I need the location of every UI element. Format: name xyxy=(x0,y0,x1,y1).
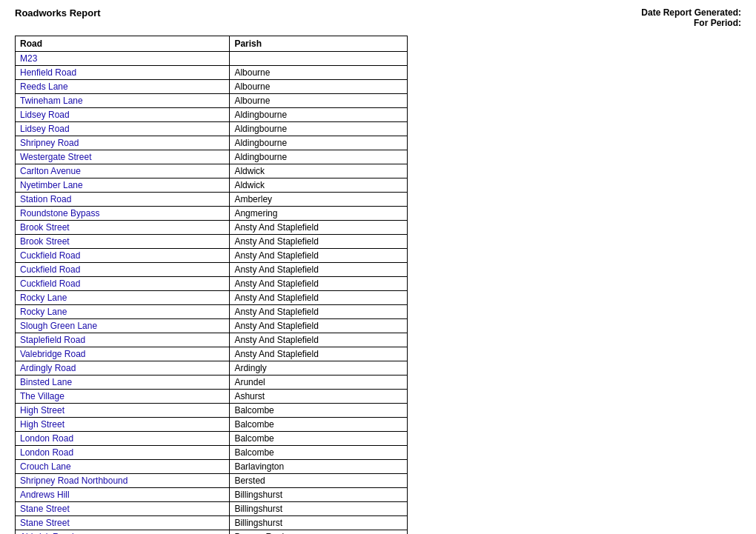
table-row: Stane StreetBillingshurst xyxy=(16,516,408,530)
parish-cell: Amberley xyxy=(230,193,408,207)
parish-cell: Ashurst xyxy=(230,390,408,404)
road-cell[interactable]: Rocky Lane xyxy=(16,291,230,305)
road-cell[interactable]: Stane Street xyxy=(16,516,230,530)
parish-cell: Aldingbourne xyxy=(230,122,408,136)
road-cell[interactable]: High Street xyxy=(16,404,230,418)
road-cell[interactable]: Slough Green Lane xyxy=(16,319,230,333)
road-link[interactable]: Shripney Road xyxy=(20,138,79,148)
col-header-road: Road xyxy=(16,36,230,52)
table-row: The VillageAshurst xyxy=(16,390,408,404)
parish-cell: Ansty And Staplefield xyxy=(230,277,408,291)
road-link[interactable]: Reeds Lane xyxy=(20,81,68,92)
road-link[interactable]: High Street xyxy=(20,419,64,430)
parish-cell: Aldingbourne xyxy=(230,150,408,164)
col-header-parish: Parish xyxy=(230,36,408,52)
table-row: High StreetBalcombe xyxy=(16,418,408,432)
road-link[interactable]: Ardingly Road xyxy=(20,363,76,373)
road-cell[interactable]: Crouch Lane xyxy=(16,460,230,474)
parish-cell: Aldingbourne xyxy=(230,108,408,122)
road-link[interactable]: Cuckfield Road xyxy=(20,278,80,289)
road-cell[interactable]: Binsted Lane xyxy=(16,376,230,390)
table-row: Cuckfield RoadAnsty And Staplefield xyxy=(16,277,408,291)
road-link[interactable]: Henfield Road xyxy=(20,67,76,78)
road-link[interactable]: Nyetimber Lane xyxy=(20,180,83,190)
road-link[interactable]: Stane Street xyxy=(20,504,70,514)
road-link[interactable]: High Street xyxy=(20,405,64,415)
road-cell[interactable]: Westergate Street xyxy=(16,150,230,164)
road-cell[interactable]: Shripney Road xyxy=(16,136,230,150)
road-link[interactable]: Binsted Lane xyxy=(20,377,72,387)
road-cell[interactable]: Lidsey Road xyxy=(16,122,230,136)
table-row: M23 xyxy=(16,52,408,66)
road-link[interactable]: Brook Street xyxy=(20,236,70,247)
table-row: Ardingly RoadArdingly xyxy=(16,361,408,376)
road-link[interactable]: Station Road xyxy=(20,194,71,204)
road-link[interactable]: Cuckfield Road xyxy=(20,264,80,275)
road-cell[interactable]: Shripney Road Northbound xyxy=(16,474,230,488)
road-link[interactable]: Roundstone Bypass xyxy=(20,208,99,218)
road-cell[interactable]: Andrews Hill xyxy=(16,488,230,502)
table-row: Carlton AvenueAldwick xyxy=(16,164,408,178)
table-row: Stane StreetBillingshurst xyxy=(16,502,408,516)
road-cell[interactable]: Twineham Lane xyxy=(16,94,230,108)
road-link[interactable]: Westergate Street xyxy=(20,152,92,162)
road-link[interactable]: The Village xyxy=(20,391,64,401)
road-link[interactable]: Andrews Hill xyxy=(20,490,70,500)
road-link[interactable]: M23 xyxy=(20,53,37,64)
road-cell[interactable]: Cuckfield Road xyxy=(16,263,230,277)
road-cell[interactable]: Nyetimber Lane xyxy=(16,178,230,193)
road-link[interactable]: Lidsey Road xyxy=(20,110,70,120)
road-cell[interactable]: Ardingly Road xyxy=(16,361,230,376)
table-row: Twineham LaneAlbourne xyxy=(16,94,408,108)
road-cell[interactable]: Reeds Lane xyxy=(16,80,230,94)
road-link[interactable]: Rocky Lane xyxy=(20,293,67,303)
road-cell[interactable]: Cuckfield Road xyxy=(16,249,230,263)
road-cell[interactable]: High Street xyxy=(16,418,230,432)
road-link[interactable]: Lidsey Road xyxy=(20,124,70,134)
page-header: Roadworks Report Date Report Generated: … xyxy=(15,7,741,28)
road-cell[interactable]: Henfield Road xyxy=(16,66,230,80)
road-cell[interactable]: Brook Street xyxy=(16,221,230,235)
road-cell[interactable]: London Road xyxy=(16,446,230,460)
road-cell[interactable]: Carlton Avenue xyxy=(16,164,230,178)
road-cell[interactable]: Roundstone Bypass xyxy=(16,207,230,221)
road-link[interactable]: Crouch Lane xyxy=(20,461,71,472)
road-link[interactable]: Valebridge Road xyxy=(20,349,86,359)
parish-cell: Balcombe xyxy=(230,418,408,432)
road-link[interactable]: London Road xyxy=(20,433,73,444)
road-link[interactable]: Staplefield Road xyxy=(20,335,85,345)
date-generated-label: Date Report Generated: xyxy=(641,7,741,18)
road-cell[interactable]: London Road xyxy=(16,432,230,446)
road-cell[interactable]: Station Road xyxy=(16,193,230,207)
table-row: Henfield RoadAlbourne xyxy=(16,66,408,80)
road-link[interactable]: London Road xyxy=(20,447,73,458)
road-cell[interactable]: Cuckfield Road xyxy=(16,277,230,291)
road-link[interactable]: Rocky Lane xyxy=(20,307,67,317)
road-link[interactable]: Stane Street xyxy=(20,518,70,528)
road-link[interactable]: Twineham Lane xyxy=(20,96,83,106)
table-row: Brook StreetAnsty And Staplefield xyxy=(16,235,408,249)
road-link[interactable]: Cuckfield Road xyxy=(20,250,80,261)
road-cell[interactable]: Aldwick Road xyxy=(16,530,230,535)
parish-cell: Albourne xyxy=(230,80,408,94)
road-link[interactable]: Carlton Avenue xyxy=(20,166,81,176)
parish-cell: Balcombe xyxy=(230,404,408,418)
parish-cell: Ansty And Staplefield xyxy=(230,291,408,305)
road-link[interactable]: Slough Green Lane xyxy=(20,321,97,331)
road-cell[interactable]: M23 xyxy=(16,52,230,66)
road-cell[interactable]: Lidsey Road xyxy=(16,108,230,122)
road-link[interactable]: Brook Street xyxy=(20,222,70,233)
road-cell[interactable]: Staplefield Road xyxy=(16,333,230,347)
road-cell[interactable]: Stane Street xyxy=(16,502,230,516)
parish-cell: Albourne xyxy=(230,66,408,80)
table-row: Cuckfield RoadAnsty And Staplefield xyxy=(16,249,408,263)
table-row: Brook StreetAnsty And Staplefield xyxy=(16,221,408,235)
parish-cell: Ansty And Staplefield xyxy=(230,333,408,347)
road-cell[interactable]: Brook Street xyxy=(16,235,230,249)
table-row: Staplefield RoadAnsty And Staplefield xyxy=(16,333,408,347)
road-link[interactable]: Shripney Road Northbound xyxy=(20,475,127,486)
road-cell[interactable]: The Village xyxy=(16,390,230,404)
road-cell[interactable]: Valebridge Road xyxy=(16,347,230,361)
parish-cell: Barlavington xyxy=(230,460,408,474)
road-cell[interactable]: Rocky Lane xyxy=(16,305,230,319)
